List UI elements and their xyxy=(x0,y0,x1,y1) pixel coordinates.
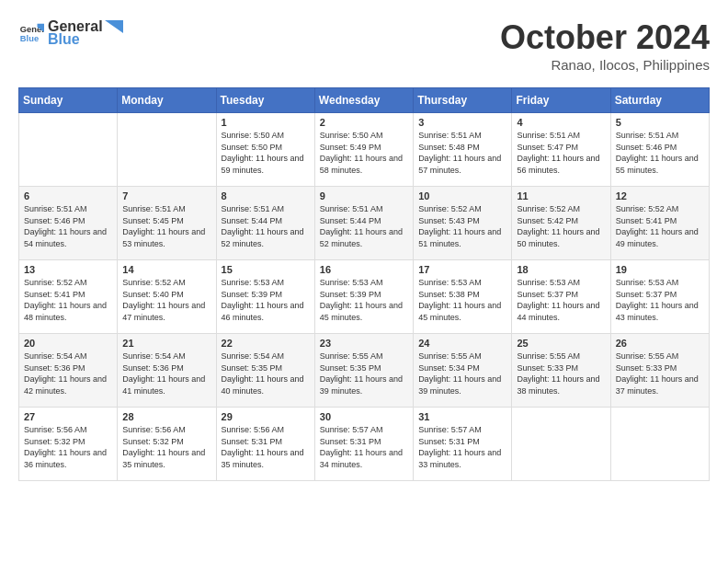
day-info: Sunrise: 5:52 AMSunset: 5:40 PMDaylight:… xyxy=(122,278,205,322)
weekday-header: Sunday xyxy=(19,88,118,113)
day-number: 16 xyxy=(320,264,408,275)
day-info: Sunrise: 5:52 AMSunset: 5:41 PMDaylight:… xyxy=(616,204,699,248)
day-info: Sunrise: 5:57 AMSunset: 5:31 PMDaylight:… xyxy=(320,425,403,469)
day-number: 2 xyxy=(320,117,408,128)
day-number: 10 xyxy=(418,190,506,201)
calendar-cell: 22 Sunrise: 5:54 AMSunset: 5:35 PMDaylig… xyxy=(216,334,314,408)
calendar-cell: 8 Sunrise: 5:51 AMSunset: 5:44 PMDayligh… xyxy=(216,187,314,260)
calendar-cell: 4 Sunrise: 5:51 AMSunset: 5:47 PMDayligh… xyxy=(512,113,610,187)
day-info: Sunrise: 5:53 AMSunset: 5:37 PMDaylight:… xyxy=(517,278,599,322)
calendar-cell: 25 Sunrise: 5:55 AMSunset: 5:33 PMDaylig… xyxy=(512,334,610,408)
calendar-week-row: 13 Sunrise: 5:52 AMSunset: 5:41 PMDaylig… xyxy=(19,260,710,334)
calendar-header-row: SundayMondayTuesdayWednesdayThursdayFrid… xyxy=(19,88,710,113)
calendar-cell: 7 Sunrise: 5:51 AMSunset: 5:45 PMDayligh… xyxy=(118,187,216,260)
day-number: 5 xyxy=(616,117,704,128)
calendar-cell xyxy=(118,113,216,187)
calendar-cell: 31 Sunrise: 5:57 AMSunset: 5:31 PMDaylig… xyxy=(414,408,512,481)
day-info: Sunrise: 5:55 AMSunset: 5:33 PMDaylight:… xyxy=(517,351,599,396)
calendar-cell: 9 Sunrise: 5:51 AMSunset: 5:44 PMDayligh… xyxy=(314,187,413,260)
calendar-cell: 19 Sunrise: 5:53 AMSunset: 5:37 PMDaylig… xyxy=(610,260,709,334)
day-number: 8 xyxy=(222,190,310,201)
day-number: 29 xyxy=(222,411,310,422)
day-info: Sunrise: 5:52 AMSunset: 5:43 PMDaylight:… xyxy=(418,204,501,248)
calendar-cell: 13 Sunrise: 5:52 AMSunset: 5:41 PMDaylig… xyxy=(19,260,118,334)
calendar-cell xyxy=(610,408,709,481)
calendar-cell: 15 Sunrise: 5:53 AMSunset: 5:39 PMDaylig… xyxy=(216,260,314,334)
calendar-cell xyxy=(512,408,610,481)
calendar-cell: 6 Sunrise: 5:51 AMSunset: 5:46 PMDayligh… xyxy=(19,187,118,260)
title-block: October 2024 Ranao, Ilocos, Philippines xyxy=(500,18,710,73)
svg-text:Blue: Blue xyxy=(20,34,39,43)
day-number: 26 xyxy=(616,338,704,349)
day-number: 9 xyxy=(320,190,408,201)
day-number: 24 xyxy=(418,338,506,349)
calendar-cell: 17 Sunrise: 5:53 AMSunset: 5:38 PMDaylig… xyxy=(414,260,512,334)
day-number: 28 xyxy=(122,411,210,422)
day-info: Sunrise: 5:51 AMSunset: 5:46 PMDaylight:… xyxy=(616,131,699,175)
day-info: Sunrise: 5:53 AMSunset: 5:37 PMDaylight:… xyxy=(616,278,699,322)
logo-arrow-icon xyxy=(105,20,123,33)
calendar-week-row: 20 Sunrise: 5:54 AMSunset: 5:36 PMDaylig… xyxy=(19,334,710,408)
day-number: 19 xyxy=(616,264,704,275)
day-info: Sunrise: 5:50 AMSunset: 5:49 PMDaylight:… xyxy=(320,131,403,175)
day-info: Sunrise: 5:53 AMSunset: 5:39 PMDaylight:… xyxy=(222,278,304,322)
day-number: 17 xyxy=(418,264,506,275)
calendar-week-row: 1 Sunrise: 5:50 AMSunset: 5:50 PMDayligh… xyxy=(19,113,710,187)
calendar-cell: 16 Sunrise: 5:53 AMSunset: 5:39 PMDaylig… xyxy=(314,260,413,334)
calendar-cell: 26 Sunrise: 5:55 AMSunset: 5:33 PMDaylig… xyxy=(610,334,709,408)
logo: General Blue General Blue xyxy=(18,18,123,48)
calendar-cell: 28 Sunrise: 5:56 AMSunset: 5:32 PMDaylig… xyxy=(118,408,216,481)
day-number: 22 xyxy=(222,338,310,349)
day-info: Sunrise: 5:51 AMSunset: 5:44 PMDaylight:… xyxy=(320,204,403,248)
day-number: 27 xyxy=(24,411,112,422)
weekday-header: Tuesday xyxy=(216,88,314,113)
day-number: 6 xyxy=(24,190,112,201)
calendar-cell: 21 Sunrise: 5:54 AMSunset: 5:36 PMDaylig… xyxy=(118,334,216,408)
day-info: Sunrise: 5:55 AMSunset: 5:35 PMDaylight:… xyxy=(320,351,403,396)
day-number: 4 xyxy=(517,117,605,128)
day-info: Sunrise: 5:56 AMSunset: 5:32 PMDaylight:… xyxy=(122,425,205,469)
calendar-cell: 2 Sunrise: 5:50 AMSunset: 5:49 PMDayligh… xyxy=(314,113,413,187)
day-info: Sunrise: 5:51 AMSunset: 5:47 PMDaylight:… xyxy=(517,131,599,175)
location: Ranao, Ilocos, Philippines xyxy=(500,57,710,73)
day-number: 14 xyxy=(122,264,210,275)
calendar-cell: 20 Sunrise: 5:54 AMSunset: 5:36 PMDaylig… xyxy=(19,334,118,408)
day-number: 12 xyxy=(616,190,704,201)
day-info: Sunrise: 5:54 AMSunset: 5:36 PMDaylight:… xyxy=(122,351,205,396)
day-info: Sunrise: 5:55 AMSunset: 5:33 PMDaylight:… xyxy=(616,351,699,396)
day-info: Sunrise: 5:52 AMSunset: 5:41 PMDaylight:… xyxy=(24,278,107,322)
day-number: 18 xyxy=(517,264,605,275)
day-info: Sunrise: 5:50 AMSunset: 5:50 PMDaylight:… xyxy=(222,131,304,175)
calendar-cell: 3 Sunrise: 5:51 AMSunset: 5:48 PMDayligh… xyxy=(414,113,512,187)
day-number: 13 xyxy=(24,264,112,275)
calendar-week-row: 27 Sunrise: 5:56 AMSunset: 5:32 PMDaylig… xyxy=(19,408,710,481)
calendar-cell: 5 Sunrise: 5:51 AMSunset: 5:46 PMDayligh… xyxy=(610,113,709,187)
day-number: 25 xyxy=(517,338,605,349)
day-number: 15 xyxy=(222,264,310,275)
weekday-header: Friday xyxy=(512,88,610,113)
calendar-cell xyxy=(19,113,118,187)
day-info: Sunrise: 5:54 AMSunset: 5:35 PMDaylight:… xyxy=(222,351,304,396)
calendar-cell: 10 Sunrise: 5:52 AMSunset: 5:43 PMDaylig… xyxy=(414,187,512,260)
calendar-cell: 14 Sunrise: 5:52 AMSunset: 5:40 PMDaylig… xyxy=(118,260,216,334)
day-info: Sunrise: 5:56 AMSunset: 5:32 PMDaylight:… xyxy=(24,425,107,469)
day-number: 30 xyxy=(320,411,408,422)
day-info: Sunrise: 5:57 AMSunset: 5:31 PMDaylight:… xyxy=(418,425,501,469)
day-info: Sunrise: 5:51 AMSunset: 5:48 PMDaylight:… xyxy=(418,131,501,175)
day-info: Sunrise: 5:54 AMSunset: 5:36 PMDaylight:… xyxy=(24,351,107,396)
calendar-cell: 18 Sunrise: 5:53 AMSunset: 5:37 PMDaylig… xyxy=(512,260,610,334)
day-number: 7 xyxy=(122,190,210,201)
calendar-cell: 24 Sunrise: 5:55 AMSunset: 5:34 PMDaylig… xyxy=(414,334,512,408)
day-number: 3 xyxy=(418,117,506,128)
day-info: Sunrise: 5:51 AMSunset: 5:45 PMDaylight:… xyxy=(122,204,205,248)
weekday-header: Saturday xyxy=(610,88,709,113)
svg-marker-3 xyxy=(105,20,123,33)
calendar-cell: 23 Sunrise: 5:55 AMSunset: 5:35 PMDaylig… xyxy=(314,334,413,408)
day-info: Sunrise: 5:51 AMSunset: 5:44 PMDaylight:… xyxy=(222,204,304,248)
calendar-cell: 29 Sunrise: 5:56 AMSunset: 5:31 PMDaylig… xyxy=(216,408,314,481)
day-number: 11 xyxy=(517,190,605,201)
day-info: Sunrise: 5:52 AMSunset: 5:42 PMDaylight:… xyxy=(517,204,599,248)
day-info: Sunrise: 5:56 AMSunset: 5:31 PMDaylight:… xyxy=(222,425,304,469)
weekday-header: Monday xyxy=(118,88,216,113)
calendar-cell: 27 Sunrise: 5:56 AMSunset: 5:32 PMDaylig… xyxy=(19,408,118,481)
